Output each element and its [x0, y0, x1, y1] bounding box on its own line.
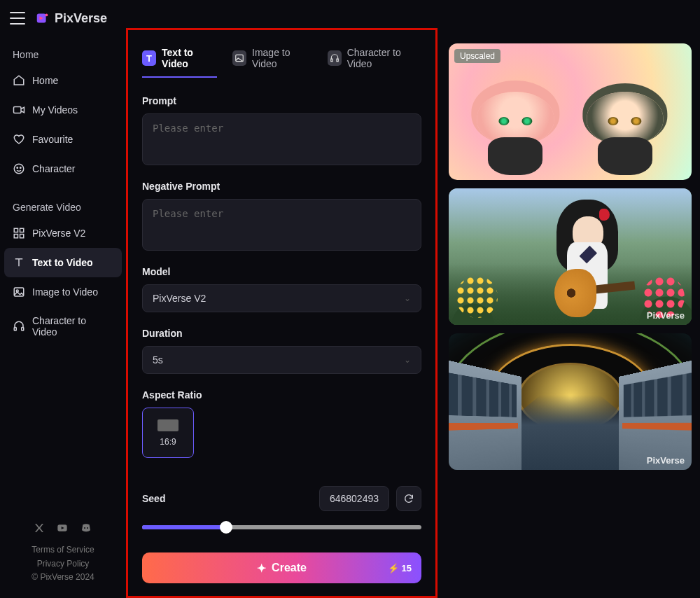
pixverse-logo-icon	[35, 11, 50, 26]
svg-rect-9	[20, 235, 24, 238]
tab-text-to-video[interactable]: T Text to Video	[142, 43, 217, 76]
seed-slider-fill	[142, 525, 226, 529]
bolt-icon: ⚡	[388, 563, 399, 573]
prompt-input[interactable]	[142, 113, 421, 165]
sidebar-item-home[interactable]: Home	[4, 66, 122, 95]
svg-rect-19	[337, 59, 338, 62]
negative-prompt-label: Negative Prompt	[142, 181, 421, 192]
upscaled-badge: Upscaled	[454, 49, 500, 63]
youtube-icon[interactable]	[56, 522, 69, 536]
svg-point-15	[84, 527, 85, 529]
generation-panel: T Text to Video Image to Video Character…	[126, 28, 438, 598]
negative-prompt-input[interactable]	[142, 199, 421, 251]
aspect-ratio-16-9[interactable]: 16:9	[142, 408, 194, 458]
sidebar-item-my-videos[interactable]: My Videos	[4, 95, 122, 125]
sidebar-item-image-to-video[interactable]: Image to Video	[4, 277, 122, 307]
discord-icon[interactable]	[80, 522, 92, 536]
model-select[interactable]: PixVerse V2 ⌄	[142, 284, 421, 312]
image-icon	[232, 50, 246, 66]
create-button[interactable]: ✦ Create ⚡ 15	[142, 552, 421, 583]
gallery-item-2[interactable]: PixVerse	[449, 188, 692, 325]
headphones-icon	[328, 50, 342, 66]
model-label: Model	[142, 266, 421, 277]
svg-rect-18	[330, 59, 332, 62]
image-icon	[13, 286, 25, 298]
svg-rect-13	[22, 328, 24, 331]
watermark: PixVerse	[647, 455, 685, 466]
x-icon[interactable]	[34, 522, 45, 536]
chevron-down-icon: ⌄	[404, 355, 411, 365]
credits-badge: ⚡ 15	[388, 563, 412, 573]
watermark: PixVerse	[647, 310, 685, 321]
text-icon: T	[142, 50, 156, 66]
brand-name: PixVerse	[55, 11, 107, 26]
face-icon	[13, 162, 25, 175]
gallery: Upscaled PixVerse PixVerse	[449, 36, 692, 598]
svg-point-16	[87, 527, 88, 529]
sidebar-section-generate: Generate Video	[4, 196, 122, 218]
aspect-ratio-label: Aspect Ratio	[142, 389, 421, 401]
svg-point-3	[14, 164, 24, 174]
svg-rect-12	[14, 328, 16, 331]
prompt-label: Prompt	[142, 95, 421, 106]
footer-copyright: © PixVerse 2024	[4, 571, 122, 584]
duration-select[interactable]: 5s ⌄	[142, 346, 421, 374]
svg-rect-10	[14, 288, 24, 296]
aspect-shape-icon	[158, 419, 178, 431]
seed-label: Seed	[142, 493, 165, 504]
footer-privacy[interactable]: Privacy Policy	[4, 557, 122, 571]
refresh-icon	[403, 493, 414, 504]
svg-rect-7	[20, 228, 24, 232]
sidebar-item-pixverse-v2[interactable]: PixVerse V2	[4, 218, 122, 248]
sparkle-icon: ✦	[257, 562, 266, 575]
heart-icon	[13, 133, 25, 146]
grid-icon	[13, 227, 25, 239]
footer-terms[interactable]: Terms of Service	[4, 543, 122, 557]
headphones-icon	[13, 320, 25, 333]
svg-rect-8	[14, 235, 18, 238]
tab-character-to-video[interactable]: Character to Video	[328, 43, 421, 76]
seed-value[interactable]: 646802493	[319, 486, 389, 511]
duration-label: Duration	[142, 328, 421, 339]
svg-point-1	[46, 14, 48, 17]
svg-rect-2	[14, 107, 22, 113]
home-icon	[13, 74, 25, 87]
sidebar-item-favourite[interactable]: Favourite	[4, 125, 122, 154]
chevron-down-icon: ⌄	[404, 293, 411, 303]
svg-rect-6	[14, 228, 18, 232]
video-icon	[13, 104, 25, 116]
svg-point-4	[17, 167, 18, 169]
menu-icon[interactable]	[10, 12, 25, 25]
gallery-item-3[interactable]: PixVerse	[449, 333, 692, 470]
brand-logo[interactable]: PixVerse	[35, 11, 107, 26]
seed-slider[interactable]	[142, 525, 421, 529]
sidebar-item-character-to-video[interactable]: Character to Video	[4, 307, 122, 346]
sidebar-item-character[interactable]: Character	[4, 154, 122, 183]
seed-refresh-button[interactable]	[396, 486, 421, 511]
sidebar-section-home: Home	[4, 43, 122, 66]
seed-slider-thumb[interactable]	[220, 521, 232, 534]
tab-image-to-video[interactable]: Image to Video	[232, 43, 312, 76]
gallery-item-1[interactable]: Upscaled	[449, 43, 692, 180]
svg-point-5	[20, 167, 22, 169]
sidebar-item-text-to-video[interactable]: Text to Video	[4, 248, 122, 277]
sidebar: Home Home My Videos Favourite Character …	[0, 36, 126, 598]
text-icon	[13, 256, 25, 269]
